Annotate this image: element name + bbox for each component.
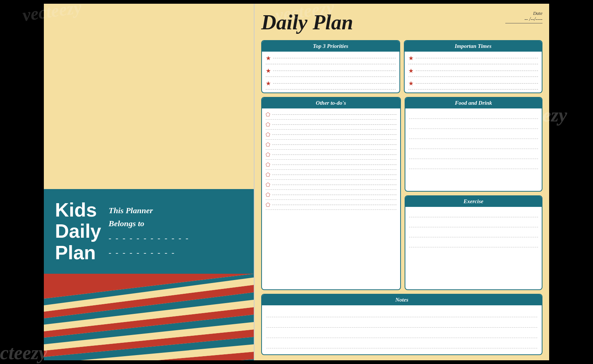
row1-sections: Top 3 Priorities ★ ★ ★ bbox=[261, 40, 542, 93]
time-star-3: ★ bbox=[408, 80, 414, 87]
star-icon-1: ★ bbox=[266, 55, 271, 62]
time-item-2: ★ bbox=[408, 67, 538, 77]
pentagon-7: ⬠ bbox=[266, 172, 270, 178]
food-line bbox=[409, 121, 538, 129]
star-icon-3: ★ bbox=[266, 80, 271, 87]
todo-item: ⬠ bbox=[266, 142, 396, 150]
time-item-3: ★ bbox=[408, 80, 538, 90]
todos-section: Other to-do's ⬠ ⬠ ⬠ ⬠ ⬠ ⬠ ⬠ ⬠ ⬠ ⬠ bbox=[261, 97, 401, 290]
food-line bbox=[409, 111, 538, 119]
todo-item: ⬠ bbox=[266, 131, 396, 140]
priority-item-3: ★ bbox=[266, 80, 396, 90]
food-line bbox=[409, 142, 538, 149]
pentagon-4: ⬠ bbox=[266, 142, 270, 148]
important-times-section: Importan Times ★ ★ ★ bbox=[404, 40, 543, 93]
pentagon-5: ⬠ bbox=[266, 152, 270, 158]
important-times-header: Importan Times bbox=[405, 41, 542, 52]
notes-header: Notes bbox=[262, 295, 542, 305]
todo-item: ⬠ bbox=[266, 182, 396, 190]
stripes-svg bbox=[44, 274, 254, 360]
exercise-line bbox=[409, 230, 538, 237]
important-times-body: ★ ★ ★ bbox=[405, 52, 542, 92]
todo-item: ⬠ bbox=[266, 172, 396, 180]
kids-daily-plan-title: Kids Daily Plan bbox=[55, 199, 101, 263]
pentagon-3: ⬠ bbox=[266, 131, 270, 138]
pentagon-8: ⬠ bbox=[266, 182, 270, 188]
daily-plan-title: Daily Plan bbox=[261, 10, 353, 34]
spiral-section bbox=[44, 4, 254, 189]
title-banner: Kids Daily Plan This Planner Belongs to … bbox=[44, 189, 254, 274]
note-line bbox=[266, 319, 537, 328]
food-line bbox=[409, 152, 538, 159]
date-value: -- /--/---- bbox=[505, 16, 542, 23]
note-line bbox=[266, 340, 537, 348]
todo-item: ⬠ bbox=[266, 162, 396, 170]
todo-item: ⬠ bbox=[266, 202, 396, 210]
exercise-line bbox=[409, 220, 538, 227]
row2-sections: Other to-do's ⬠ ⬠ ⬠ ⬠ ⬠ ⬠ ⬠ ⬠ ⬠ ⬠ bbox=[261, 97, 542, 290]
time-star-2: ★ bbox=[408, 67, 414, 74]
header-row: Daily Plan Date -- /--/---- bbox=[261, 10, 542, 36]
todo-item: ⬠ bbox=[266, 111, 396, 120]
food-line bbox=[409, 162, 538, 169]
note-line bbox=[266, 330, 537, 338]
date-label: Date bbox=[505, 10, 542, 16]
pentagon-10: ⬠ bbox=[266, 202, 270, 208]
todo-item: ⬠ bbox=[266, 121, 396, 130]
right-col: Food and Drink Exercise bbox=[405, 97, 543, 290]
main-container: Kids Daily Plan This Planner Belongs to … bbox=[44, 4, 549, 360]
pentagon-6: ⬠ bbox=[266, 162, 270, 168]
planner-belongs-text: This Planner Belongs to - - - - - - - - … bbox=[108, 204, 189, 259]
exercise-body bbox=[405, 207, 542, 250]
notes-body bbox=[262, 305, 542, 354]
left-panel: Kids Daily Plan This Planner Belongs to … bbox=[44, 4, 254, 360]
note-line bbox=[266, 309, 537, 317]
food-drink-section: Food and Drink bbox=[405, 97, 543, 192]
exercise-header: Exercise bbox=[405, 196, 542, 207]
priorities-body: ★ ★ ★ bbox=[262, 52, 399, 92]
priorities-section: Top 3 Priorities ★ ★ ★ bbox=[261, 40, 400, 93]
star-icon-2: ★ bbox=[266, 67, 271, 74]
notes-section: Notes bbox=[261, 294, 542, 355]
exercise-line bbox=[409, 240, 538, 247]
todos-header: Other to-do's bbox=[262, 98, 400, 108]
pentagon-2: ⬠ bbox=[266, 121, 270, 128]
exercise-line bbox=[409, 210, 538, 217]
pentagon-1: ⬠ bbox=[266, 111, 270, 118]
todo-item: ⬠ bbox=[266, 192, 396, 200]
exercise-section: Exercise bbox=[405, 195, 543, 290]
time-item-1: ★ bbox=[408, 55, 538, 64]
priorities-header: Top 3 Priorities bbox=[262, 41, 399, 52]
priority-item-1: ★ bbox=[266, 55, 396, 64]
date-section: Date -- /--/---- bbox=[505, 10, 542, 23]
stripes-section bbox=[44, 274, 254, 360]
todos-body: ⬠ ⬠ ⬠ ⬠ ⬠ ⬠ ⬠ ⬠ ⬠ ⬠ bbox=[262, 108, 400, 213]
food-line bbox=[409, 131, 538, 139]
food-drink-header: Food and Drink bbox=[405, 98, 542, 108]
todo-item: ⬠ bbox=[266, 152, 396, 160]
spiral-svg bbox=[44, 4, 254, 189]
pentagon-9: ⬠ bbox=[266, 192, 270, 198]
food-drink-body bbox=[405, 108, 542, 172]
priority-item-2: ★ bbox=[266, 67, 396, 77]
watermark-3: cteezy bbox=[0, 342, 47, 364]
time-star-1: ★ bbox=[408, 55, 414, 62]
right-panel: Daily Plan Date -- /--/---- Top 3 Priori… bbox=[254, 4, 549, 360]
